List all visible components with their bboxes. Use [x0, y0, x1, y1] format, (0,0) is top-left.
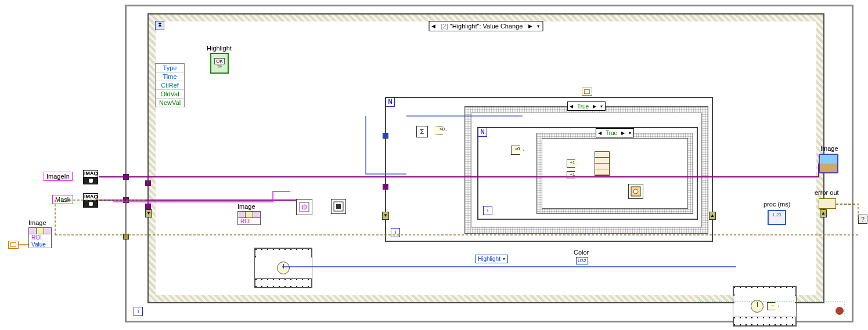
subtract-node[interactable]: − — [767, 302, 779, 310]
imagein-control[interactable]: ImageIn — [44, 172, 73, 181]
error-out-label: error out — [815, 189, 839, 196]
outer-for-loop: N i Σ >0 ▼ ▲ ◀ True ▶ ▾ — [385, 97, 713, 242]
color-u32-terminal[interactable]: U32 — [576, 257, 588, 264]
case-prev-1[interactable]: ◀ — [568, 104, 575, 109]
broken-run-arrow[interactable]: ? — [858, 215, 867, 224]
inner-refnum-constant — [582, 88, 592, 96]
event-data-node[interactable]: Type Time CtlRef OldVal NewVal — [155, 63, 185, 107]
increment-node-2[interactable]: +1 — [567, 171, 578, 179]
highlight-ring-text: Highlight — [478, 256, 500, 262]
svg-point-1 — [302, 205, 307, 209]
timing-seq-frame-start — [254, 248, 312, 288]
proc-ms-indicator[interactable]: 1.23 — [768, 210, 786, 225]
u32-text: U32 — [578, 258, 586, 263]
inner-for-n: N — [478, 128, 487, 137]
broken-run-text: ? — [861, 216, 865, 223]
image-roi-propnode[interactable]: ROI — [237, 211, 261, 225]
evdata-type: Type — [156, 64, 184, 72]
imagein-label: ImageIn — [46, 173, 70, 180]
tick-count-icon — [277, 262, 290, 274]
event-case-selector[interactable]: ◀ [2] "Highlight": Value Change ▶ ▾ — [429, 21, 543, 31]
ok-text: OK — [214, 58, 225, 64]
propnode-image-label: Image — [237, 203, 255, 210]
evdata-newval: NewVal — [156, 99, 184, 107]
timing-seq-frame-end: − — [733, 286, 797, 327]
color-label: Color — [574, 249, 589, 256]
image-indicator[interactable] — [819, 154, 838, 173]
outer-case-structure: ◀ True ▶ ▾ N i — [464, 106, 708, 234]
image-out-label: Image — [820, 145, 838, 152]
outer-for-i: i — [391, 228, 400, 237]
case-drop-2[interactable]: ▾ — [626, 130, 633, 136]
event-dropdown-arrow[interactable]: ▾ — [534, 23, 542, 29]
event-structure: ⧗ ◀ [2] "Highlight": Value Change ▶ ▾ Ty… — [147, 13, 824, 303]
case-drop-1[interactable]: ▾ — [598, 104, 605, 109]
event-name: "Highlight": Value Change — [450, 23, 523, 30]
inner-case-selector[interactable]: ◀ True ▶ ▾ — [596, 128, 634, 137]
while-loop: i ⧗ ◀ [2] "Highlight": Value Change ▶ ▾ … — [125, 5, 853, 322]
prop-row-roi-2[interactable]: ROI — [238, 218, 260, 224]
imagein-imaq-terminal: IMAQ — [83, 170, 98, 184]
sum-node[interactable]: Σ — [416, 126, 428, 137]
case-next-2[interactable]: ▶ — [620, 130, 626, 136]
evdata-ctlref: CtlRef — [156, 81, 184, 90]
image-property-node[interactable]: ROI Value — [28, 227, 52, 248]
prop-row-roi[interactable]: ROI — [29, 234, 51, 241]
svg-rect-3 — [336, 204, 341, 209]
highlight-ring-constant[interactable]: Highlight — [475, 255, 508, 263]
imaq-text-1: IMAQ — [84, 171, 98, 177]
evdata-oldval: OldVal — [156, 90, 184, 99]
tick-count-icon-2 — [751, 300, 763, 313]
case-inner-label: True — [603, 130, 620, 136]
mask-control[interactable]: Mask — [52, 195, 73, 204]
gt0-node[interactable]: >0 — [434, 126, 446, 135]
event-index: [2] — [441, 23, 448, 30]
proc-ms-label: proc (ms) — [763, 201, 790, 208]
extract-roi-vi[interactable] — [296, 199, 312, 215]
event-prev-arrow[interactable]: ◀ — [430, 23, 438, 29]
prop-image-label: Image — [28, 219, 46, 226]
num-ind-text: 1.23 — [772, 212, 781, 217]
mask-imaq-terminal: IMAQ — [83, 193, 98, 208]
increment-node-1[interactable]: +1 — [567, 159, 578, 168]
while-loop-i-terminal: i — [134, 307, 143, 316]
svg-point-5 — [633, 189, 638, 194]
event-timeout-terminal: ⧗ — [155, 21, 164, 30]
case-prev-2[interactable]: ◀ — [596, 130, 603, 136]
inner-for-loop: N i >0 ◀ True ▶ — [477, 127, 698, 220]
gt0-inner-node[interactable]: >0 — [511, 146, 524, 155]
prop-row-value[interactable]: Value — [29, 241, 51, 248]
inner-for-i: i — [483, 206, 492, 215]
case-outer-label: True — [575, 103, 591, 110]
while-loop-stop-terminal[interactable] — [835, 307, 844, 315]
outer-for-n: N — [386, 97, 395, 107]
mask-label: Mask — [55, 196, 70, 203]
mask-vi[interactable] — [331, 199, 346, 214]
inner-case-structure: ◀ True ▶ ▾ +1 — [536, 133, 693, 214]
event-next-arrow[interactable]: ▶ — [526, 23, 534, 29]
case-next-1[interactable]: ▶ — [591, 104, 598, 109]
imaq-text-2: IMAQ — [84, 194, 98, 201]
highlight-terminal-label: Highlight — [207, 45, 232, 52]
error-out-terminal[interactable] — [819, 198, 836, 209]
outer-case-selector[interactable]: ◀ True ▶ ▾ — [567, 101, 606, 111]
bundle-node[interactable] — [595, 151, 610, 176]
highlight-boolean-terminal[interactable]: OK TF — [210, 53, 229, 74]
overlay-roi-vi[interactable] — [628, 184, 643, 199]
control-refnum-constant — [8, 241, 19, 249]
evdata-time: Time — [156, 72, 184, 81]
